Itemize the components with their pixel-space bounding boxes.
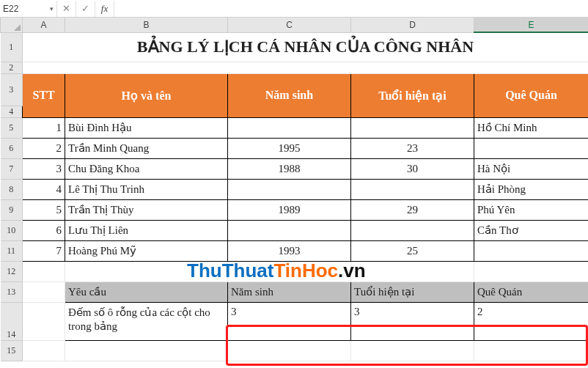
- row-header[interactable]: 6: [1, 138, 23, 158]
- name-box[interactable]: E22 ▾: [0, 1, 57, 17]
- cell-tuoi[interactable]: 23: [351, 138, 474, 158]
- cell-quequan[interactable]: Hà Nội: [474, 158, 589, 179]
- row-header[interactable]: 10: [1, 220, 23, 240]
- cell[interactable]: [65, 340, 228, 361]
- cell-hoten[interactable]: Hoàng Phú Mỹ: [65, 240, 228, 261]
- cell-tuoi[interactable]: [351, 179, 474, 199]
- row-header[interactable]: 3: [1, 73, 23, 106]
- cell-stt[interactable]: 2: [23, 138, 65, 158]
- th-tuoi: Tuổi hiện tại: [351, 73, 474, 117]
- summary-label-quequan[interactable]: Quê Quán: [474, 281, 589, 302]
- cell-quequan[interactable]: [474, 138, 589, 158]
- th-hoten: Họ và tên: [65, 73, 228, 117]
- cell-stt[interactable]: 3: [23, 158, 65, 179]
- cell-namsinh[interactable]: 1989: [228, 199, 351, 220]
- cell[interactable]: [65, 261, 228, 281]
- cell-tuoi[interactable]: 25: [351, 240, 474, 261]
- cell[interactable]: [351, 340, 474, 361]
- cell-namsinh[interactable]: 1988: [228, 158, 351, 179]
- cell[interactable]: [23, 302, 65, 340]
- confirm-icon: ✓: [76, 1, 95, 17]
- th-quequan: Quê Quán: [474, 73, 589, 117]
- row-header[interactable]: 12: [1, 261, 23, 281]
- page-title: BẢNG LÝ LỊCH CÁ NHÂN CỦA CÔNG NHÂN: [23, 32, 589, 62]
- table-row: 8 4 Lê Thị Thu Trinh Hải Phòng: [1, 179, 589, 199]
- cell-namsinh[interactable]: [228, 220, 351, 240]
- col-header[interactable]: C: [228, 18, 351, 32]
- cell-tuoi[interactable]: 30: [351, 158, 474, 179]
- cell[interactable]: [23, 261, 65, 281]
- cell-hoten[interactable]: Lê Thị Thu Trinh: [65, 179, 228, 199]
- cancel-icon: ✕: [57, 1, 76, 17]
- row-header[interactable]: 14: [1, 302, 23, 340]
- summary-count-namsinh[interactable]: 3: [228, 302, 351, 340]
- cell-hoten[interactable]: Trần Thị Thùy: [65, 199, 228, 220]
- cell-quequan[interactable]: [474, 240, 589, 261]
- row-header[interactable]: 7: [1, 158, 23, 179]
- row-header[interactable]: 2: [1, 62, 23, 73]
- col-header[interactable]: B: [65, 18, 228, 32]
- formula-bar: E22 ▾ ✕ ✓ fx: [0, 0, 588, 18]
- cell[interactable]: [23, 62, 589, 73]
- summary-label-tuoi[interactable]: Tuổi hiện tại: [351, 281, 474, 302]
- cell-hoten[interactable]: Bùi Đình Hậu: [65, 117, 228, 138]
- row-header[interactable]: 5: [1, 117, 23, 138]
- cell[interactable]: [228, 340, 351, 361]
- summary-label-yeucau[interactable]: Yêu cầu: [65, 281, 228, 302]
- cell-quequan[interactable]: Hải Phòng: [474, 179, 589, 199]
- table-row: 7 3 Chu Đăng Khoa 1988 30 Hà Nội: [1, 158, 589, 179]
- summary-count-quequan[interactable]: 2: [474, 302, 589, 340]
- row-header[interactable]: 11: [1, 240, 23, 261]
- cell-tuoi[interactable]: [351, 220, 474, 240]
- cell-tuoi[interactable]: [351, 117, 474, 138]
- cell-quequan[interactable]: Phú Yên: [474, 199, 589, 220]
- table-row: 6 2 Trần Minh Quang 1995 23: [1, 138, 589, 158]
- cell-stt[interactable]: 1: [23, 117, 65, 138]
- select-all-corner[interactable]: [1, 18, 23, 32]
- cell-namsinh[interactable]: 1993: [228, 240, 351, 261]
- summary-desc[interactable]: Đếm số ô rỗng của các cột cho trong bảng: [65, 302, 228, 340]
- cell-stt[interactable]: 5: [23, 199, 65, 220]
- name-box-value: E22: [3, 4, 18, 14]
- th-namsinh: Năm sinh: [228, 73, 351, 117]
- chevron-down-icon[interactable]: ▾: [50, 5, 54, 12]
- row-header[interactable]: 8: [1, 179, 23, 199]
- row-header[interactable]: 15: [1, 340, 23, 361]
- row-header[interactable]: 1: [1, 32, 23, 62]
- cell[interactable]: [351, 261, 474, 281]
- column-headers[interactable]: A B C D E: [1, 18, 589, 32]
- cell-namsinh[interactable]: [228, 117, 351, 138]
- table-row: 11 7 Hoàng Phú Mỹ 1993 25: [1, 240, 589, 261]
- table-row: 10 6 Lưu Thị Liên Cần Thơ: [1, 220, 589, 240]
- col-header[interactable]: D: [351, 18, 474, 32]
- cell-hoten[interactable]: Trần Minh Quang: [65, 138, 228, 158]
- cell-namsinh[interactable]: 1995: [228, 138, 351, 158]
- cell[interactable]: [474, 340, 589, 361]
- cell-hoten[interactable]: Lưu Thị Liên: [65, 220, 228, 240]
- row-header[interactable]: 9: [1, 199, 23, 220]
- cell-stt[interactable]: 6: [23, 220, 65, 240]
- th-stt: STT: [23, 73, 65, 117]
- row-header[interactable]: 13: [1, 281, 23, 302]
- cell-stt[interactable]: 7: [23, 240, 65, 261]
- table-row: 5 1 Bùi Đình Hậu Hồ Chí Minh: [1, 117, 589, 138]
- spreadsheet-grid[interactable]: A B C D E 1 BẢNG LÝ LỊCH CÁ NHÂN CỦA CÔN…: [0, 18, 588, 361]
- table-row: 9 5 Trần Thị Thùy 1989 29 Phú Yên: [1, 199, 589, 220]
- row-header[interactable]: 4: [1, 106, 23, 117]
- cell-quequan[interactable]: Cần Thơ: [474, 220, 589, 240]
- col-header[interactable]: E: [474, 18, 589, 32]
- cell[interactable]: [228, 261, 351, 281]
- summary-count-tuoi[interactable]: 3: [351, 302, 474, 340]
- summary-label-namsinh[interactable]: Năm sinh: [228, 281, 351, 302]
- cell[interactable]: [23, 340, 65, 361]
- cell-stt[interactable]: 4: [23, 179, 65, 199]
- cell[interactable]: [474, 261, 589, 281]
- formula-input[interactable]: [114, 1, 588, 17]
- col-header[interactable]: A: [23, 18, 65, 32]
- fx-button[interactable]: fx: [95, 1, 114, 17]
- cell[interactable]: [23, 281, 65, 302]
- cell-namsinh[interactable]: [228, 179, 351, 199]
- cell-hoten[interactable]: Chu Đăng Khoa: [65, 158, 228, 179]
- cell-tuoi[interactable]: 29: [351, 199, 474, 220]
- cell-quequan[interactable]: Hồ Chí Minh: [474, 117, 589, 138]
